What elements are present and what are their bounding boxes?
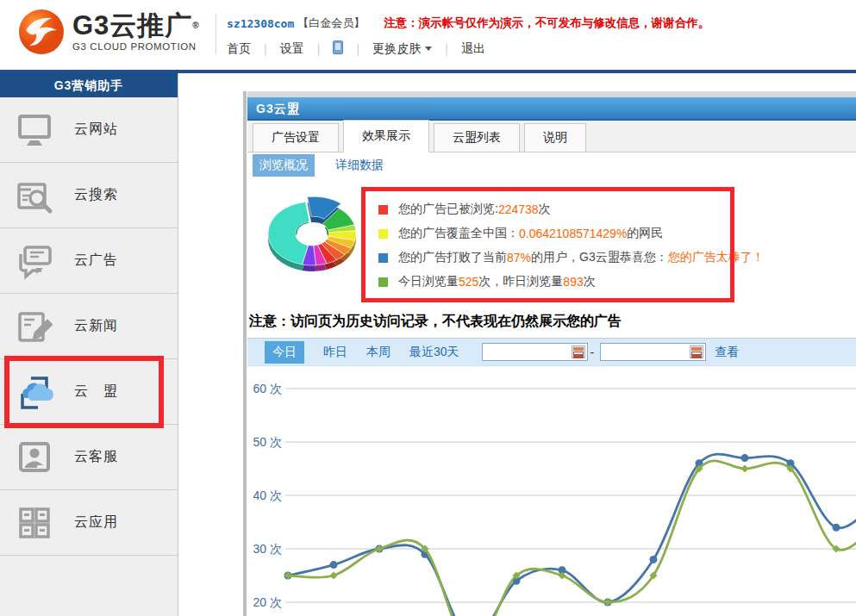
sidebar-item-2[interactable]: 云广告 (0, 228, 178, 294)
sidebar-item-0[interactable]: 云网站 (0, 97, 178, 163)
subtab-0[interactable]: 浏览概况 (253, 154, 315, 177)
calendar-icon[interactable] (572, 345, 585, 358)
bullet-square-icon (378, 205, 388, 215)
stat-text: 次 (539, 202, 551, 217)
content-divider (243, 91, 247, 616)
demo-warning-text: 注意：演示帐号仅作为演示，不可发布与修改信息，谢谢合作。 (384, 16, 709, 31)
panel-title: G3云盟 (247, 97, 856, 121)
browse-trend-line-chart: 60 次50 次40 次30 次20 次 (247, 370, 856, 616)
history-notice: 注意：访问页为历史访问记录，不代表现在仍然展示您的广告 (249, 313, 856, 331)
quick-filter-2[interactable]: 本周 (366, 345, 391, 360)
account-row: sz12308com 【白金会员】 注意：演示帐号仅作为演示，不可发布与修改信息… (227, 16, 847, 31)
series-blue-marker (833, 524, 840, 532)
stat-row-3: 今日浏览量 525次，昨日浏览量893次 (378, 270, 765, 294)
sidebar-item-3[interactable]: 云新闻 (0, 294, 178, 359)
date-from-wrap (482, 343, 588, 361)
sidebar-item-label: 云新闻 (74, 317, 118, 335)
nav-separator: ｜ (259, 41, 272, 57)
sidebar-item-1[interactable]: 云搜索 (0, 163, 178, 228)
quick-filter-3[interactable]: 最近30天 (409, 345, 459, 360)
stats-summary: 您的广告已被浏览:224738次您的广告覆盖全中国： 0.06421085714… (247, 178, 856, 308)
phone-icon (333, 40, 343, 54)
series-blue-marker (330, 561, 338, 569)
stat-text: 您的广告已被浏览: (398, 202, 498, 217)
sidebar-item-label: 云搜索 (74, 186, 118, 204)
sidebar-title: G3营销助手 (0, 73, 178, 97)
series-blue-line (288, 454, 856, 616)
g3-logo-icon (17, 8, 66, 56)
series-green-line (288, 461, 856, 616)
sidebar-item-label: 云客服 (74, 448, 118, 466)
date-to-wrap (600, 343, 706, 361)
membership-badge: 【白金会员】 (297, 16, 365, 31)
y-axis-tick-label: 40 次 (253, 488, 282, 502)
main-content: G3云盟 广告设置效果展示云盟列表说明 浏览概况详细数据 您的广告已被浏览:22… (247, 91, 856, 616)
page: G3云推广® G3 CLOUD PROMOTION sz12308com 【白金… (0, 0, 856, 616)
sidebar-item-label: 云网站 (74, 121, 118, 139)
logo-title: G3云推广® (72, 12, 200, 40)
sidebar-item-4[interactable]: 云 盟 (0, 359, 178, 425)
stat-text: 今日浏览量 (398, 274, 459, 289)
apps-grid-icon (14, 502, 55, 544)
sidebar-item-label: 云广告 (74, 252, 118, 270)
stat-text: 您的广告覆盖全中国： (398, 226, 519, 241)
tab-1[interactable]: 效果展示 (343, 120, 429, 152)
stat-text: 次 (584, 274, 596, 289)
tab-2[interactable]: 云盟列表 (434, 123, 520, 152)
bullet-square-icon (378, 229, 388, 239)
tab-3[interactable]: 说明 (524, 123, 586, 152)
browse-share-pie-chart (263, 189, 365, 292)
stat-row-2: 您的广告打败了当前 87%的用户，G3云盟恭喜您：您的广告太棒了！ (378, 246, 765, 270)
cloud-union-icon (14, 371, 55, 413)
series-blue-marker (741, 454, 749, 462)
stat-text: 的用户，G3云盟恭喜您： (531, 250, 668, 265)
sidebar: G3营销助手 云网站云搜索云广告云新闻云 盟云客服云应用 (0, 73, 178, 616)
stat-text: 您的广告太棒了！ (668, 250, 765, 265)
subtab-bar: 浏览概况详细数据 (247, 152, 856, 178)
nav-separator: ｜ (440, 41, 453, 57)
chat-ads-icon (14, 240, 55, 282)
nav-item-0[interactable]: 首页 (227, 41, 251, 57)
y-axis-tick-label: 30 次 (253, 542, 282, 556)
subtab-1[interactable]: 详细数据 (328, 154, 391, 177)
sidebar-item-6[interactable]: 云应用 (0, 490, 178, 556)
quick-filter-1[interactable]: 昨日 (323, 345, 347, 360)
pie-donut-hole (297, 222, 328, 244)
y-axis-tick-label: 50 次 (253, 435, 282, 449)
view-button[interactable]: 查看 (715, 345, 739, 360)
cloud-search-icon (14, 175, 55, 216)
sidebar-item-label: 云应用 (74, 513, 118, 532)
series-green-marker (330, 572, 338, 580)
y-axis-tick-label: 20 次 (253, 595, 282, 609)
bullet-square-icon (378, 277, 388, 287)
account-name: sz12308com (227, 17, 294, 30)
date-filter-bar: 今日昨日本周最近30天 - 查看 (247, 338, 856, 366)
sidebar-item-5[interactable]: 云客服 (0, 425, 178, 490)
header-divider (216, 14, 216, 53)
nav-separator: ｜ (313, 41, 325, 57)
nav-item-3[interactable]: 更换皮肤 (372, 41, 432, 57)
nav-item-4[interactable]: 退出 (461, 41, 485, 57)
top-nav: 首页｜设置｜｜更换皮肤｜退出 (227, 40, 847, 57)
news-edit-icon (14, 306, 55, 347)
tab-0[interactable]: 广告设置 (253, 123, 339, 152)
stat-text: 87% (507, 251, 531, 264)
logo: G3云推广® G3 CLOUD PROMOTION (17, 8, 200, 56)
stat-row-1: 您的广告覆盖全中国： 0.0642108571429% 的网民 (378, 221, 765, 246)
calendar-icon[interactable] (690, 345, 703, 358)
stat-row-0: 您的广告已被浏览:224738次 (378, 197, 765, 221)
panel-top-strip (247, 91, 856, 97)
nav-item-1[interactable]: 设置 (280, 41, 304, 57)
y-axis-tick-label: 60 次 (253, 382, 282, 395)
monitor-icon (14, 109, 55, 151)
stat-text: 次，昨日浏览量 (478, 274, 563, 289)
chevron-down-icon (425, 47, 432, 51)
quick-filter-0[interactable]: 今日 (265, 341, 304, 364)
registered-mark: ® (192, 21, 199, 30)
series-green-marker (741, 465, 749, 473)
logo-subtitle: G3 CLOUD PROMOTION (72, 41, 200, 52)
nav-phone-shortcut[interactable] (333, 40, 343, 57)
stat-text: 您的广告打败了当前 (398, 250, 507, 265)
app-header: G3云推广® G3 CLOUD PROMOTION sz12308com 【白金… (0, 0, 856, 70)
stat-text: 0.0642108571429% (519, 227, 627, 240)
